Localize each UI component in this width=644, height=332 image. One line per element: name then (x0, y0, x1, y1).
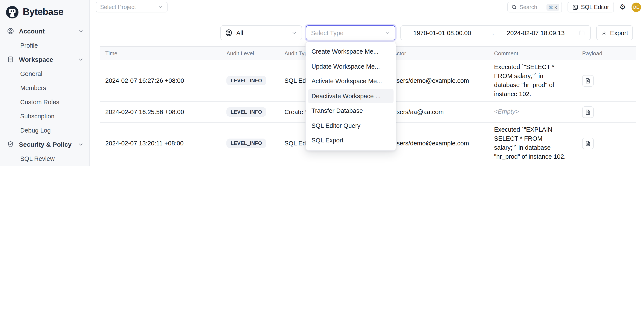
sidebar-item-sql-review[interactable]: SQL Review (0, 152, 89, 166)
chevron-down-icon (78, 28, 84, 34)
col-actor: Actor (393, 50, 494, 56)
chevron-down-icon (291, 30, 297, 36)
menu-item-sql-export[interactable]: SQL Export (306, 133, 396, 148)
file-search-icon (585, 109, 591, 115)
date-from: 1970-01-01 08:00:00 (413, 29, 471, 36)
menu-item-sql-editor-query[interactable]: SQL Editor Query (306, 118, 396, 133)
topbar: Select Project Search ⌘ K SQL Editor ⚙ D… (90, 0, 644, 14)
payload-view-button[interactable] (582, 138, 594, 149)
user-circle-icon (7, 27, 14, 35)
sidebar-item-security-policy[interactable]: Security & Policy (0, 137, 89, 152)
search-icon (511, 4, 517, 10)
cell-level: LEVEL_INFO (226, 107, 284, 117)
terminal-icon (572, 4, 578, 10)
sidebar-item-general[interactable]: General (0, 66, 89, 81)
sidebar-item-custom-roles[interactable]: Custom Roles (0, 95, 89, 109)
chevron-down-icon (384, 30, 390, 36)
menu-item-deactivate-workspace-member[interactable]: Deactivate Workspace ... (308, 89, 394, 103)
project-select[interactable]: Select Project (96, 2, 168, 12)
chevron-down-icon (78, 56, 84, 62)
date-to: 2024-02-07 18:09:13 (507, 29, 564, 36)
actor-filter-select[interactable]: All (220, 25, 302, 40)
menu-item-update-workspace-member[interactable]: Update Workspace Me... (306, 59, 396, 74)
cell-comment: <Empty> (494, 107, 566, 117)
sidebar-item-members[interactable]: Members (0, 81, 89, 95)
col-payload: Payload (582, 50, 636, 56)
col-audit-level: Audit Level (226, 50, 284, 56)
cell-time: 2024-02-07 13:20:11 +08:00 (105, 140, 226, 147)
menu-item-activate-workspace-member[interactable]: Activate Workspace Me... (306, 74, 396, 89)
file-search-icon (585, 77, 591, 84)
type-filter-select[interactable]: Select Type (306, 25, 395, 40)
sidebar-item-profile[interactable]: Profile (0, 38, 89, 52)
chevron-down-icon (158, 4, 163, 10)
bytebase-logo-icon (6, 5, 19, 19)
sidebar-item-account[interactable]: Account (0, 24, 89, 38)
brand-name: Bytebase (23, 6, 63, 17)
sidebar-item-debug-log[interactable]: Debug Log (0, 123, 89, 137)
logo-row[interactable]: Bytebase (0, 0, 89, 24)
menu-item-transfer-database[interactable]: Transfer Database (306, 103, 396, 118)
sidebar-nav: Account Profile Workspace General Member… (0, 24, 89, 166)
payload-view-button[interactable] (582, 106, 594, 118)
menu-item-create-workspace-member[interactable]: Create Workspace Me... (306, 44, 396, 59)
level-badge: LEVEL_INFO (226, 107, 266, 117)
payload-view-button[interactable] (582, 75, 594, 86)
sidebar: Bytebase Account Profile Workspace Gener… (0, 0, 90, 166)
sidebar-item-workspace[interactable]: Workspace (0, 52, 89, 66)
file-search-icon (585, 140, 591, 147)
type-filter-dropdown: Create Workspace Me... Update Workspace … (306, 42, 396, 150)
building-icon (7, 56, 14, 63)
table-row: 2024-02-07 13:19:53 +08:00 LEVEL_INFO SQ… (100, 164, 636, 166)
chevron-down-icon (78, 141, 84, 147)
download-icon (601, 30, 607, 36)
cell-level: LEVEL_INFO (226, 76, 284, 85)
bytebase-app: Bytebase Account Profile Workspace Gener… (0, 0, 644, 166)
avatar[interactable]: DE (632, 2, 641, 12)
arrow-right-icon: → (489, 29, 495, 36)
cell-actor: users/demo@example.com (393, 77, 494, 84)
cell-level: LEVEL_INFO (226, 139, 284, 148)
level-badge: LEVEL_INFO (226, 76, 266, 85)
gear-icon[interactable]: ⚙ (620, 3, 626, 11)
sidebar-item-subscription[interactable]: Subscription (0, 109, 89, 123)
cell-actor: users/aa@aa.com (393, 109, 494, 115)
cell-comment: Executed `"SELECT * FROM salary;"` in da… (494, 63, 566, 99)
sql-editor-button[interactable]: SQL Editor (568, 2, 614, 12)
topbar-right: Search ⌘ K SQL Editor ⚙ DE (508, 0, 641, 14)
search-shortcut-kbd: ⌘ K (546, 4, 560, 10)
user-circle-icon (225, 29, 233, 37)
date-range-picker[interactable]: 1970-01-01 08:00:00 → 2024-02-07 18:09:1… (400, 25, 591, 40)
col-comment: Comment (494, 50, 582, 56)
sidebar-item-slow-query[interactable]: Slow Query (0, 166, 89, 166)
calendar-icon (579, 30, 585, 36)
search-input[interactable]: Search ⌘ K (508, 2, 562, 12)
cell-time: 2024-02-07 16:25:56 +08:00 (105, 109, 226, 115)
level-badge: LEVEL_INFO (226, 139, 266, 148)
cell-actor: users/demo@example.com (393, 140, 494, 147)
col-time: Time (105, 50, 226, 56)
cell-time: 2024-02-07 16:27:26 +08:00 (105, 77, 226, 84)
export-button[interactable]: Export (596, 25, 633, 40)
cell-comment: Executed `"EXPLAIN SELECT * FROM salary;… (494, 125, 566, 161)
shield-check-icon (7, 141, 14, 148)
